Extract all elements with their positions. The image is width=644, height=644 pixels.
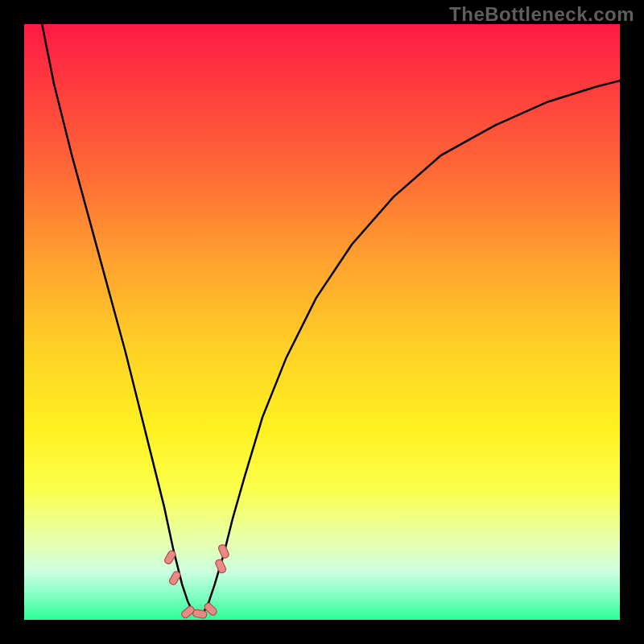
- data-marker: [217, 543, 229, 559]
- chart-frame: TheBottleneck.com: [0, 0, 644, 644]
- data-marker-wrap: [217, 543, 229, 559]
- data-marker: [215, 559, 227, 574]
- plot-area: [24, 24, 620, 620]
- watermark-text: TheBottleneck.com: [449, 3, 634, 26]
- data-marker-wrap: [163, 550, 176, 565]
- plot-svg: [24, 24, 620, 620]
- data-marker-wrap: [215, 559, 227, 574]
- marker-group: [163, 543, 229, 619]
- data-marker: [163, 550, 176, 565]
- bottleneck-curve: [42, 24, 620, 614]
- data-marker-wrap: [168, 571, 181, 586]
- data-marker: [168, 571, 181, 586]
